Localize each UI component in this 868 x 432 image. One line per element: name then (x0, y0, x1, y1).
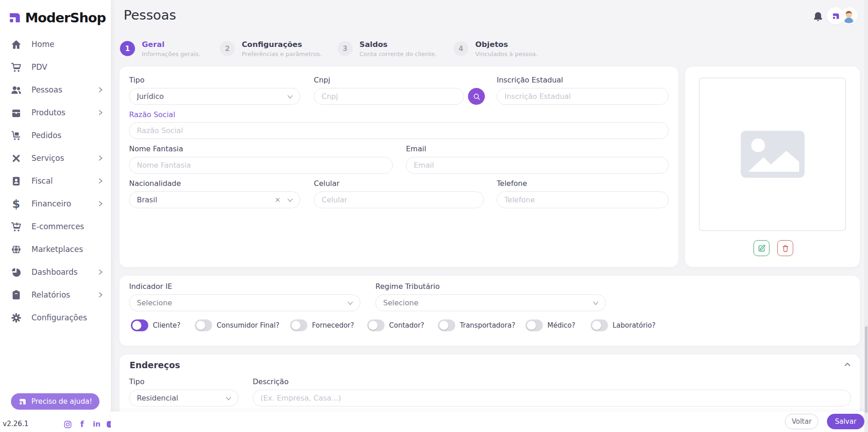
globe-icon (10, 243, 22, 256)
chevron-down-icon (287, 197, 293, 203)
sidebar-nav: Home PDV Pessoas Produtos Pedidos Serviç… (0, 33, 111, 329)
app-version: v2.26.1 (3, 420, 29, 428)
sidebar-item-ecommerces[interactable]: E-commerces (0, 215, 111, 238)
chevron-down-icon (225, 395, 232, 401)
save-button[interactable]: Salvar (827, 414, 864, 429)
collapse-chevron-up-icon[interactable] (844, 361, 851, 368)
telefone-label: Telefone (497, 179, 527, 188)
home-icon (10, 38, 22, 51)
step-objetos[interactable]: 4 Objetos Vinculados à pessoa. (453, 40, 537, 57)
sidebar-item-dashboards[interactable]: Dashboards (0, 261, 111, 283)
scrollbar[interactable] (864, 0, 868, 432)
trash-icon (781, 244, 790, 252)
edit-photo-button[interactable] (754, 240, 769, 256)
medico-toggle[interactable] (525, 319, 543, 331)
tipo-label: Tipo (129, 76, 145, 84)
delete-photo-button[interactable] (777, 240, 793, 256)
telefone-input[interactable] (497, 191, 669, 208)
sidebar-item-servicos[interactable]: Serviços (0, 147, 111, 170)
chevron-right-icon (97, 64, 104, 70)
sidebar-item-marketplaces[interactable]: Marketplaces (0, 238, 111, 261)
step-number: 1 (120, 41, 135, 56)
regime-tributario-label: Regime Tributário (375, 282, 440, 291)
step-configuracoes[interactable]: 2 Configurações Preferências e parâmetro… (220, 40, 322, 57)
sidebar: ModerShop Home PDV Pessoas Produtos Pedi… (0, 0, 111, 432)
laboratorio-toggle[interactable] (591, 319, 608, 331)
indicador-ie-label: Indicador IE (129, 282, 172, 291)
endereco-tipo-label: Tipo (129, 377, 145, 386)
cnpj-input[interactable] (314, 88, 464, 105)
pie-chart-icon (10, 266, 22, 278)
consumidor-final-toggle[interactable] (195, 319, 212, 331)
cliente-toggle[interactable] (131, 319, 148, 331)
chevron-right-icon (97, 87, 104, 93)
enderecos-title: Endereços (130, 360, 180, 370)
sidebar-item-relatorios[interactable]: Relatórios (0, 283, 111, 306)
sidebar-item-pedidos[interactable]: Pedidos (0, 124, 111, 147)
scrollbar-thumb[interactable] (865, 326, 868, 413)
chevron-right-icon (97, 292, 104, 298)
nacionalidade-select[interactable]: Brasil ✕ (129, 191, 300, 208)
image-placeholder-icon (741, 131, 805, 178)
chevron-right-icon (97, 201, 104, 207)
linkedin-icon[interactable]: in (92, 420, 101, 429)
step-geral[interactable]: 1 Geral Informações gerais. (120, 40, 200, 57)
user-avatar[interactable] (841, 8, 857, 24)
sidebar-item-financeiro[interactable]: $ Financeiro (0, 192, 111, 215)
sidebar-item-configuracoes[interactable]: Configurações (0, 306, 111, 329)
toggle-transportadora: Transportadora? (438, 319, 515, 331)
delivery-cart-icon (10, 129, 22, 142)
tipo-select[interactable]: Jurídico (129, 88, 300, 105)
notifications-bell-icon[interactable] (812, 11, 824, 22)
sidebar-item-pdv[interactable]: PDV (0, 56, 111, 78)
back-button[interactable]: Voltar (785, 414, 818, 429)
sidebar-item-home[interactable]: Home (0, 33, 111, 56)
email-label: Email (406, 144, 426, 153)
cnpj-search-button[interactable] (468, 88, 485, 105)
sidebar-item-produtos[interactable]: Produtos (0, 101, 111, 124)
edit-pencil-icon (758, 244, 766, 252)
inscricao-estadual-input[interactable] (497, 88, 669, 105)
search-icon (473, 93, 481, 101)
clear-icon[interactable]: ✕ (275, 196, 281, 204)
celular-input[interactable] (314, 191, 484, 208)
chevron-right-icon (97, 178, 104, 184)
regime-tributario-select[interactable]: Selecione (375, 294, 606, 311)
razao-social-input[interactable] (129, 122, 669, 139)
photo-card (685, 67, 860, 267)
sidebar-item-pessoas[interactable]: Pessoas (0, 78, 111, 101)
modershop-glyph-icon (7, 10, 22, 25)
descricao-label: Descrição (253, 377, 289, 386)
step-saldos[interactable]: 3 Saldos Conta corrente do cliente. (338, 40, 437, 57)
indicador-ie-select[interactable]: Selecione (129, 294, 360, 311)
help-button[interactable]: Preciso de ajuda! (11, 393, 99, 410)
contador-toggle[interactable] (367, 319, 385, 331)
fornecedor-toggle[interactable] (290, 319, 307, 331)
nome-fantasia-input[interactable] (129, 157, 393, 174)
classification-card: Indicador IE Selecione Regime Tributário… (120, 276, 860, 346)
chevron-down-icon (287, 93, 293, 100)
step-number: 3 (338, 41, 353, 56)
page-title: Pessoas (124, 7, 176, 23)
dollar-icon: $ (10, 198, 22, 210)
nome-fantasia-label: Nome Fantasia (129, 144, 183, 153)
modershop-glyph-icon (18, 397, 27, 406)
endereco-tipo-select[interactable]: Residencial (129, 390, 239, 406)
photo-placeholder (699, 77, 846, 231)
facebook-icon[interactable]: f (78, 420, 87, 429)
email-input[interactable] (406, 157, 669, 174)
tools-icon (10, 152, 22, 165)
instagram-icon[interactable] (63, 420, 72, 429)
toggle-fornecedor: Fornecedor? (290, 319, 354, 331)
chevron-down-icon (593, 300, 599, 306)
cart-plus-icon (10, 221, 22, 233)
toggle-medico: Médico? (525, 319, 575, 331)
sidebar-item-fiscal[interactable]: Fiscal (0, 170, 111, 192)
id-badge-icon (10, 175, 22, 187)
descricao-input[interactable] (253, 390, 851, 406)
people-icon (10, 84, 22, 96)
toggle-consumidor-final: Consumidor Final? (195, 319, 279, 331)
transportadora-toggle[interactable] (438, 319, 455, 331)
inscricao-estadual-label: Inscrição Estadual (497, 76, 563, 84)
toggle-cliente: Cliente? (131, 319, 181, 331)
